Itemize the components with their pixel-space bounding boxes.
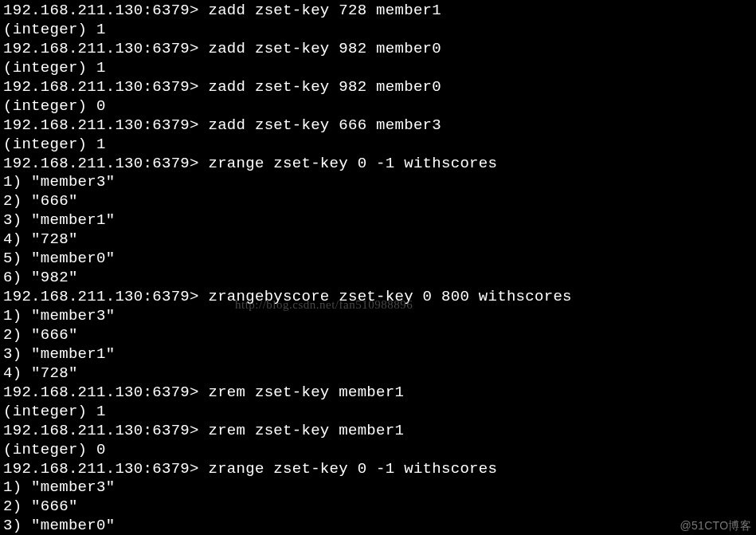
list-item: 1) "member3" xyxy=(3,173,753,192)
watermark-bottom: @51CTO博客 xyxy=(680,519,751,533)
list-item: 5) "member0" xyxy=(3,250,753,269)
terminal-output[interactable]: 192.168.211.130:6379> zadd zset-key 728 … xyxy=(3,2,753,535)
result-line: (integer) 1 xyxy=(3,403,753,422)
list-item: 3) "member1" xyxy=(3,211,753,230)
result-line: (integer) 0 xyxy=(3,97,753,116)
list-item: 1) "member3" xyxy=(3,478,753,498)
command-line: 192.168.211.130:6379> zadd zset-key 666 … xyxy=(3,116,753,136)
list-item: 6) "982" xyxy=(3,269,753,288)
list-item: 2) "666" xyxy=(3,192,753,211)
result-line: (integer) 1 xyxy=(3,59,753,78)
list-item: 4) "728" xyxy=(3,364,753,384)
command-line: 192.168.211.130:6379> zrange zset-key 0 … xyxy=(3,460,753,479)
command-line: 192.168.211.130:6379> zadd zset-key 982 … xyxy=(3,78,753,97)
command-line: 192.168.211.130:6379> zrange zset-key 0 … xyxy=(3,155,753,174)
command-line: 192.168.211.130:6379> zadd zset-key 982 … xyxy=(3,40,753,59)
command-line: 192.168.211.130:6379> zadd zset-key 728 … xyxy=(3,2,753,21)
list-item: 2) "666" xyxy=(3,498,753,517)
result-line: (integer) 1 xyxy=(3,136,753,155)
command-line: 192.168.211.130:6379> zrem zset-key memb… xyxy=(3,422,753,441)
list-item: 4) "728" xyxy=(3,230,753,250)
command-line: 192.168.211.130:6379> zrem zset-key memb… xyxy=(3,384,753,403)
list-item: 3) "member1" xyxy=(3,345,753,364)
result-line: (integer) 1 xyxy=(3,21,753,40)
list-item: 2) "666" xyxy=(3,326,753,345)
list-item: 3) "member0" xyxy=(3,517,753,535)
watermark-center: http://blog.csdn.net/fan510988896 xyxy=(235,297,413,313)
result-line: (integer) 0 xyxy=(3,441,753,460)
